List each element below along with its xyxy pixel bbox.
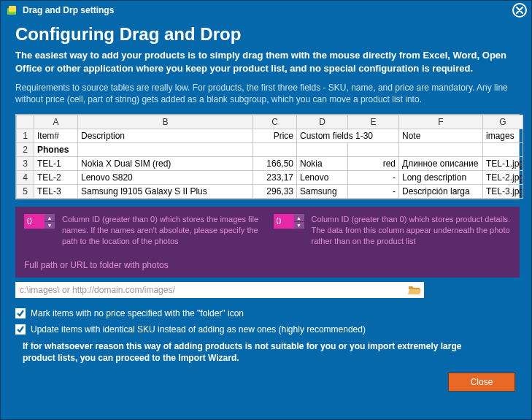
example-spreadsheet: A B C D E F G 1Item#DescriptionPriceCust… [15, 114, 520, 199]
cell: Samsung I9105 Galaxy S II Plus [78, 185, 253, 199]
cell: Note [399, 129, 483, 143]
cell: Nokia [297, 157, 348, 171]
cell: TEL-1 [34, 157, 78, 171]
cell: - [348, 185, 399, 199]
mark-no-price-label: Mark items with no price specified with … [31, 308, 244, 318]
row-number: 5 [17, 185, 34, 199]
cell: - [348, 171, 399, 185]
images-column-input[interactable] [24, 214, 45, 229]
col-letter: C [253, 115, 297, 129]
cell: images [483, 129, 523, 143]
column-id-panel: ▲ ▼ Column ID (greater than 0) which sto… [15, 207, 520, 278]
cell: TEL-3.jpg [483, 185, 523, 199]
content: Configuring Drag and Drop The easiest wa… [1, 20, 531, 400]
cell: Price [253, 129, 297, 143]
table-row: 4TEL-2Lenovo S820233,17Lenovo-Long descr… [17, 171, 523, 185]
cell: Phones [34, 143, 78, 157]
titlebar: Drag and Drp settings [1, 1, 531, 20]
table-row: 2Phones [17, 143, 523, 157]
table-row: 1Item#DescriptionPriceCustom fields 1-30… [17, 129, 523, 143]
requirements-note: Requirements to source tables are really… [15, 82, 517, 105]
cell: TEL-1.jpg [483, 157, 523, 171]
cell: Item# [34, 129, 78, 143]
cell [297, 143, 348, 157]
cell: Nokia X Dual SIM (red) [78, 157, 253, 171]
app-icon [7, 4, 18, 16]
titlebar-close-button[interactable] [512, 3, 527, 18]
sheet-col-letters: A B C D E F G [17, 115, 523, 129]
col-letter: G [483, 115, 523, 129]
close-button[interactable]: Close [448, 373, 515, 392]
photos-path-row [15, 282, 424, 298]
cell: 233,17 [253, 171, 297, 185]
page-subheading: The easiest way to add your products is … [15, 49, 517, 75]
cell: Lenovo [297, 171, 348, 185]
cell [348, 143, 399, 157]
table-row: 5TEL-3Samsung I9105 Galaxy S II Plus296,… [17, 185, 523, 199]
cell: Descripción larga [399, 185, 483, 199]
cell: Длинное описание [399, 157, 483, 171]
images-column-desc: Column ID (greater than 0) which stores … [62, 214, 262, 247]
cell: 166,50 [253, 157, 297, 171]
row-number: 4 [17, 171, 34, 185]
cell [399, 143, 483, 157]
cell [78, 143, 253, 157]
spinner-down-button[interactable]: ▼ [294, 222, 304, 229]
window-title: Drag and Drp settings [23, 5, 114, 15]
cell [483, 143, 523, 157]
cell: Lenovo S820 [78, 171, 253, 185]
update-sku-checkbox[interactable] [15, 324, 26, 335]
col-letter: E [348, 115, 399, 129]
details-column-desc: Column ID (greater than 0) which stores … [312, 214, 512, 247]
sheet-corner [17, 115, 34, 129]
details-column-input[interactable] [274, 214, 294, 229]
cell: TEL-2 [34, 171, 78, 185]
page-heading: Configuring Drag and Drop [15, 24, 517, 45]
svg-rect-1 [9, 6, 16, 12]
cell: Description [78, 129, 253, 143]
details-column-spinner[interactable]: ▲ ▼ [274, 214, 304, 229]
photos-path-input[interactable] [20, 285, 408, 295]
col-letter: F [399, 115, 483, 129]
cell: Long description [399, 171, 483, 185]
cell: TEL-2.jpg [483, 171, 523, 185]
photos-path-label: Full path or URL to folder with photos [24, 260, 511, 270]
update-sku-row: Update items with identical SKU instead … [15, 324, 517, 335]
settings-window: Drag and Drp settings Configuring Drag a… [0, 0, 532, 420]
row-number: 1 [17, 129, 34, 143]
col-letter: B [78, 115, 253, 129]
cell: red [348, 157, 399, 171]
cell [253, 143, 297, 157]
row-number: 2 [17, 143, 34, 157]
row-number: 3 [17, 157, 34, 171]
cell: TEL-3 [34, 185, 78, 199]
mark-no-price-checkbox[interactable] [15, 308, 26, 318]
footer-note: If for whatsoever reason this way of add… [23, 340, 490, 364]
col-letter: D [297, 115, 348, 129]
spinner-up-button[interactable]: ▲ [45, 214, 55, 222]
spinner-up-button[interactable]: ▲ [294, 214, 304, 222]
cell: Samsung [297, 185, 348, 199]
browse-folder-icon[interactable] [408, 284, 421, 296]
spinner-down-button[interactable]: ▼ [45, 222, 55, 229]
images-column-spinner[interactable]: ▲ ▼ [24, 214, 55, 229]
update-sku-label: Update items with identical SKU instead … [31, 324, 366, 335]
table-row: 3TEL-1Nokia X Dual SIM (red)166,50Nokiar… [17, 157, 523, 171]
mark-no-price-row: Mark items with no price specified with … [15, 308, 517, 318]
col-letter: A [34, 115, 78, 129]
cell: 296,33 [253, 185, 297, 199]
cell: Custom fields 1-30 [297, 129, 399, 143]
